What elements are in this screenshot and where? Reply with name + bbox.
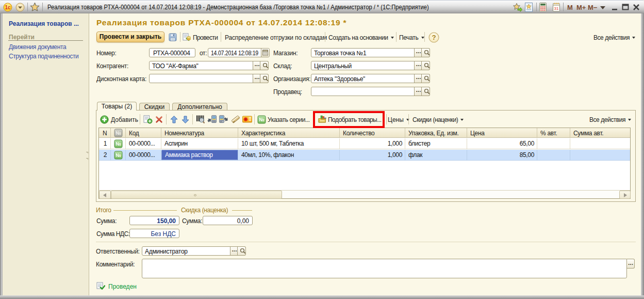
svg-text:?: ?	[432, 34, 436, 41]
svg-text:1с: 1с	[5, 5, 11, 10]
svg-text:№: №	[259, 117, 265, 122]
svg-text:№: №	[115, 152, 121, 158]
svg-text:31: 31	[554, 6, 559, 11]
svg-text:№: №	[115, 141, 121, 147]
svg-text:№: №	[115, 130, 121, 136]
